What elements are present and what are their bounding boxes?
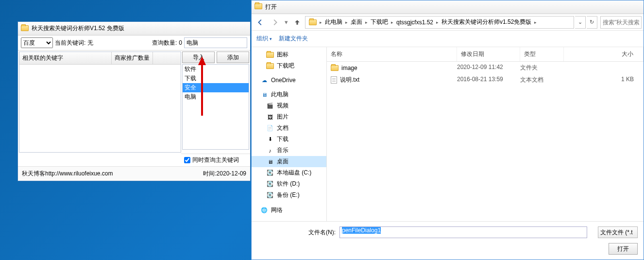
file-list[interactable]: image2020-12-09 11:42文件夹说明.txt2016-08-21… <box>327 62 644 221</box>
tree-item-icon: 💽 <box>266 181 274 188</box>
file-row[interactable]: 说明.txt2016-08-21 13:59文本文档1 KB <box>327 74 644 86</box>
address-breadcrumb[interactable]: ▸ 此电脑▸桌面▸下载吧▸qtssgjcfxs1.52▸秋天搜索关键词分析师v1… <box>305 16 574 29</box>
nav-up-button[interactable] <box>290 16 304 29</box>
tree-item-icon: 🖼 <box>266 114 274 121</box>
tree-item-icon: 📄 <box>266 125 274 132</box>
tree-item-label: 下载 <box>277 135 288 143</box>
app-footer: 秋天博客http://www.riluofeixue.com 时间:2020-1… <box>18 166 250 181</box>
dialog-title: 打开 <box>265 3 277 11</box>
filetype-select[interactable]: 文件文件 (*.t <box>598 226 638 238</box>
dialog-footer: 文件名(N): penFileDialog1 文件文件 (*.t 打开 <box>252 221 644 260</box>
keyword-analyzer-window: 秋天搜索关键词分析师V1.52 免费版 百度 当前关键词: 无 查询数量: 0 … <box>17 21 251 181</box>
breadcrumb-segment[interactable]: 下载吧 <box>368 17 390 28</box>
folder-icon <box>331 65 339 71</box>
file-list-header: 名称 修改日期 类型 大小 <box>327 47 644 62</box>
footer-blog-link[interactable]: 秋天博客http://www.riluofeixue.com <box>22 170 113 178</box>
chevron-right-icon[interactable]: ▸ <box>365 20 368 25</box>
tree-item-label: 备份 (E:) <box>277 191 300 199</box>
keyword-input[interactable] <box>184 37 247 48</box>
tree-item[interactable]: ⬇下载 <box>252 134 326 145</box>
chevron-right-icon[interactable]: ▸ <box>436 20 439 25</box>
tree-item[interactable]: 💽软件 (D:) <box>252 178 326 190</box>
tree-item-icon: ☁ <box>260 77 268 84</box>
list-item[interactable]: 安全 <box>183 83 249 92</box>
file-row[interactable]: image2020-12-09 11:42文件夹 <box>327 62 644 74</box>
file-size: 1 KB <box>564 76 644 84</box>
list-item[interactable]: 软件 <box>183 65 249 74</box>
tree-item-icon: 🎬 <box>266 103 274 109</box>
add-button[interactable]: 添加 <box>217 52 249 63</box>
col-date[interactable]: 修改日期 <box>457 47 520 61</box>
breadcrumb-dropdown-button[interactable]: ⌄ <box>575 16 586 29</box>
nav-recent-dropdown[interactable]: ▾ <box>283 16 289 29</box>
tree-item[interactable]: 下载吧 <box>252 60 326 71</box>
file-date: 2020-12-09 11:42 <box>457 64 520 72</box>
tree-item-label: 网络 <box>271 206 283 214</box>
file-icon <box>331 76 337 84</box>
list-item[interactable]: 电脑 <box>183 92 249 102</box>
filename-label: 文件名(N): <box>308 228 336 237</box>
tree-item[interactable]: ☁OneDrive <box>252 75 326 85</box>
tree-item-label: 图片 <box>277 113 288 121</box>
file-size <box>564 64 644 72</box>
dialog-icon <box>254 3 262 11</box>
breadcrumb-segment[interactable]: 桌面 <box>348 17 365 28</box>
tree-item[interactable]: 🎬视频 <box>252 100 326 111</box>
tree-item[interactable]: 图标 <box>252 49 326 60</box>
breadcrumb-root-icon[interactable] <box>306 17 319 28</box>
col-merchant-count[interactable]: 商家推广数量 <box>112 52 153 64</box>
query-main-keyword-checkbox[interactable] <box>184 157 190 163</box>
search-engine-select[interactable]: 百度 <box>21 37 53 48</box>
table-header: 相关联的关键字 商家推广数量 <box>19 52 181 65</box>
tree-item[interactable]: 🖥此电脑 <box>252 89 326 100</box>
keyword-listbox[interactable]: 软件下载安全电脑 <box>182 64 249 150</box>
open-button[interactable]: 打开 <box>609 243 638 255</box>
col-size[interactable]: 大小 <box>564 47 644 61</box>
chevron-right-icon[interactable]: ▸ <box>390 20 394 25</box>
tree-item[interactable]: 🖥桌面 <box>252 156 326 167</box>
chevron-right-icon[interactable]: ▸ <box>534 20 537 25</box>
tree-item-icon: 💽 <box>266 170 274 176</box>
breadcrumb-segment[interactable]: 此电脑 <box>322 17 345 28</box>
checkbox-row: 同时查询主关键词 <box>181 154 250 166</box>
nav-forward-button[interactable] <box>268 16 282 29</box>
current-keyword-label: 当前关键词: 无 <box>55 39 93 47</box>
list-item[interactable]: 下载 <box>183 74 249 83</box>
col-name[interactable]: 名称 <box>327 47 457 61</box>
tree-item-label: 此电脑 <box>271 90 288 99</box>
new-folder-button[interactable]: 新建文件夹 <box>279 35 308 43</box>
tree-item-label: 本地磁盘 (C:) <box>277 169 311 177</box>
dialog-toolbar: 组织 新建文件夹 <box>252 31 644 47</box>
search-input[interactable] <box>600 16 642 29</box>
tree-item[interactable]: ♪音乐 <box>252 145 326 156</box>
col-related-keyword[interactable]: 相关联的关键字 <box>19 52 112 64</box>
app-titlebar[interactable]: 秋天搜索关键词分析师V1.52 免费版 <box>18 22 250 35</box>
tree-item[interactable]: 🖼图片 <box>252 111 326 122</box>
nav-back-button[interactable] <box>254 16 267 29</box>
folder-tree[interactable]: 图标下载吧☁OneDrive🖥此电脑🎬视频🖼图片📄文档⬇下载♪音乐🖥桌面💽本地磁… <box>252 47 327 221</box>
tree-item[interactable]: 💽本地磁盘 (C:) <box>252 167 326 178</box>
filename-input[interactable]: penFileDialog1 <box>339 226 587 238</box>
refresh-button[interactable]: ↻ <box>587 16 597 29</box>
tree-item-label: 软件 (D:) <box>277 180 300 188</box>
tree-item[interactable]: 🌐网络 <box>252 205 326 216</box>
import-button[interactable]: 导入 <box>182 52 215 63</box>
organize-menu[interactable]: 组织 <box>256 35 272 43</box>
breadcrumb-segment[interactable]: qtssgjcfxs1.52 <box>394 17 436 28</box>
table-body[interactable] <box>19 65 181 152</box>
open-file-dialog: 打开 ▾ ▸ 此电脑▸桌面▸下载吧▸qtssgjcfxs1.52▸秋天搜索关键词… <box>251 0 644 260</box>
tree-item[interactable]: 💽备份 (E:) <box>252 190 326 201</box>
file-name: image <box>341 65 357 71</box>
tree-item-icon: 🖥 <box>260 91 268 98</box>
app-icon <box>21 25 29 32</box>
chevron-right-icon[interactable]: ▸ <box>319 20 322 25</box>
dialog-nav-row: ▾ ▸ 此电脑▸桌面▸下载吧▸qtssgjcfxs1.52▸秋天搜索关键词分析师… <box>252 14 644 31</box>
tree-item-icon <box>266 52 274 58</box>
tree-item-icon <box>266 63 274 69</box>
chevron-right-icon[interactable]: ▸ <box>345 20 348 25</box>
dialog-titlebar[interactable]: 打开 <box>252 0 644 14</box>
tree-item[interactable]: 📄文档 <box>252 122 326 134</box>
tree-item-icon: ⬇ <box>266 136 274 143</box>
breadcrumb-segment[interactable]: 秋天搜索关键词分析师v1.52免费版 <box>439 17 534 28</box>
col-type[interactable]: 类型 <box>520 47 564 61</box>
